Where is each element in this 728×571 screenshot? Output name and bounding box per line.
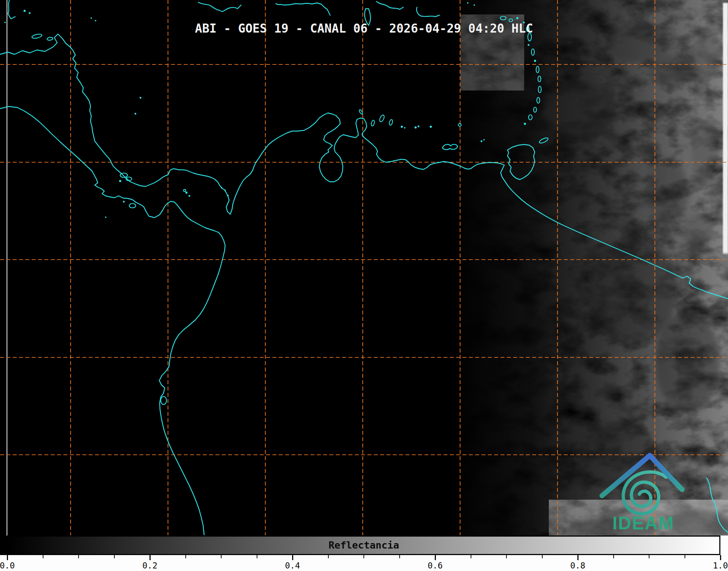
colorbar-minor-tick: [221, 555, 222, 558]
satellite-limb-edge: [723, 3, 728, 278]
colorbar-minor-tick: [399, 555, 400, 558]
colorbar-minor-tick: [685, 555, 685, 558]
colorbar-minor-tick: [471, 555, 471, 558]
colorbar-tick-label: 0.0: [0, 561, 15, 570]
satellite-map: [0, 0, 728, 571]
colorbar-minor-tick: [78, 555, 79, 558]
colorbar-tick-label: 1.0: [713, 561, 728, 570]
colorbar-tick-label: 0.4: [285, 561, 300, 570]
colorbar-tick-label: 0.8: [570, 561, 585, 570]
colorbar-minor-tick: [542, 555, 543, 558]
colorbar-minor-tick: [114, 555, 115, 558]
colorbar-minor-tick: [43, 555, 43, 558]
figure-margin: [720, 536, 728, 555]
ideam-logo-text: IDEAM: [603, 513, 683, 534]
colorbar-minor-tick: [363, 555, 364, 558]
colorbar-minor-tick: [185, 555, 186, 558]
colorbar-minor-tick: [613, 555, 614, 558]
colorbar-minor-tick: [506, 555, 507, 558]
colorbar-minor-tick: [649, 555, 649, 558]
colorbar-major-tick: [150, 555, 151, 560]
image-title: ABI - GOES 19 - CANAL 06 - 2026-04-29 04…: [0, 21, 728, 35]
satellite-image-viewer: ABI - GOES 19 - CANAL 06 - 2026-04-29 04…: [0, 0, 728, 571]
colorbar-label: Reflectancia: [8, 537, 719, 554]
colorbar-major-tick: [7, 555, 8, 560]
colorbar-tick-label: 0.6: [428, 561, 443, 570]
colorbar-minor-tick: [328, 555, 329, 558]
colorbar-major-tick: [435, 555, 436, 560]
reflectance-colorbar: Reflectancia: [7, 536, 720, 555]
colorbar-minor-tick: [257, 555, 257, 558]
map-frame-spine: [7, 0, 7, 536]
colorbar-major-tick: [577, 555, 578, 560]
colorbar-tick-label: 0.2: [142, 561, 157, 570]
colorbar-major-tick: [292, 555, 293, 560]
colorbar-major-tick: [720, 555, 721, 560]
